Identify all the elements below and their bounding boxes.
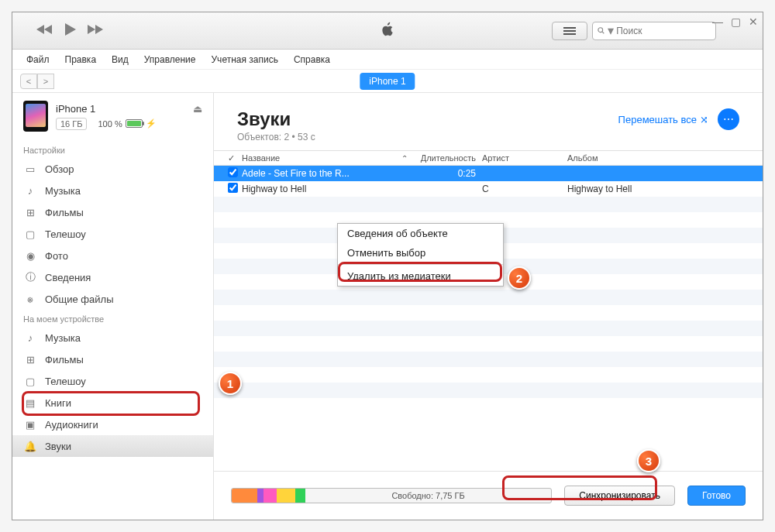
eject-button[interactable]: ⏏ xyxy=(193,103,202,115)
close-button[interactable]: ✕ xyxy=(749,15,758,28)
sidebar-item-dev-music[interactable]: ♪Музыка xyxy=(12,327,213,348)
titlebar: ▾ — ▢ ✕ xyxy=(12,12,763,50)
prev-button[interactable] xyxy=(36,23,53,39)
menu-help[interactable]: Справка xyxy=(288,51,336,68)
menu-bar: Файл Правка Вид Управление Учетная запис… xyxy=(12,50,763,70)
svg-line-1 xyxy=(602,32,604,33)
sidebar-item-dev-audiobooks[interactable]: ▣Аудиокниги xyxy=(12,414,213,435)
column-duration[interactable]: Длительность xyxy=(412,153,482,163)
table-body: Adele - Set Fire to the R... 0:25 Highwa… xyxy=(214,166,763,471)
apple-logo-icon xyxy=(380,20,395,42)
sidebar-item-shared[interactable]: ⎈Общие файлы xyxy=(12,288,213,310)
context-menu: Сведения об объекте Отменить выбор Удали… xyxy=(337,223,504,287)
battery-icon xyxy=(126,119,143,128)
context-item-delete[interactable]: Удалить из медиатеки xyxy=(338,266,503,286)
nav-back-button[interactable]: < xyxy=(20,74,37,89)
tv-icon: ▢ xyxy=(23,227,37,241)
sidebar-item-movies[interactable]: ⊞Фильмы xyxy=(12,201,213,223)
menu-account[interactable]: Учетная запись xyxy=(205,51,284,68)
annotation-badge-1: 1 xyxy=(219,372,242,395)
device-capacity: 16 ГБ xyxy=(56,118,87,130)
column-check[interactable]: ✓ xyxy=(228,153,242,163)
table-row[interactable]: Adele - Set Fire to the R... 0:25 xyxy=(214,166,763,181)
annotation-badge-2: 2 xyxy=(508,266,531,290)
sidebar-item-dev-movies[interactable]: ⊞Фильмы xyxy=(12,348,213,370)
svg-point-0 xyxy=(598,28,603,33)
annotation-badge-3: 3 xyxy=(637,449,660,472)
sidebar-item-music[interactable]: ♪Музыка xyxy=(12,180,213,201)
shuffle-all-button[interactable]: Перемешать все ⤨ xyxy=(618,114,708,125)
books-icon: ▤ xyxy=(23,396,37,410)
search-input[interactable] xyxy=(616,26,711,36)
menu-edit[interactable]: Правка xyxy=(59,51,103,68)
sidebar-item-info[interactable]: ⓘСведения xyxy=(12,266,213,288)
shuffle-icon: ⤨ xyxy=(700,114,708,125)
bell-icon: 🔔 xyxy=(23,439,37,453)
sidebar-item-dev-books[interactable]: ▤Книги xyxy=(12,392,213,414)
battery-percentage: 100 % xyxy=(98,119,122,129)
column-name[interactable]: Название⌃ xyxy=(242,153,412,163)
menu-view[interactable]: Вид xyxy=(105,51,135,68)
device-tab[interactable]: iPhone 1 xyxy=(360,73,415,90)
content-area: Звуки Объектов: 2 • 53 с Перемешать все … xyxy=(214,93,763,520)
sub-toolbar: < > iPhone 1 xyxy=(12,70,763,93)
device-name: iPhone 1 xyxy=(56,103,95,115)
sidebar-item-dev-tvshows[interactable]: ▢Телешоу xyxy=(12,370,213,392)
search-field[interactable]: ▾ xyxy=(592,22,716,40)
footer-bar: Свободно: 7,75 ГБ Синхронизировать Готов… xyxy=(214,471,763,520)
summary-icon: ▭ xyxy=(23,162,37,176)
movies-icon: ⊞ xyxy=(23,352,37,366)
apps-icon: ⎈ xyxy=(23,292,37,306)
menu-controls[interactable]: Управление xyxy=(138,51,202,68)
music-icon: ♪ xyxy=(23,184,37,197)
minimize-button[interactable]: — xyxy=(712,15,723,28)
nav-forward-button[interactable]: > xyxy=(37,74,54,89)
sync-button[interactable]: Синхронизировать xyxy=(564,486,675,506)
table-row[interactable]: Highway to Hell C Highway to Hell xyxy=(214,181,763,197)
done-button[interactable]: Готово xyxy=(687,486,746,506)
free-space-label: Свободно: 7,75 ГБ xyxy=(391,491,464,500)
audiobooks-icon: ▣ xyxy=(23,417,37,431)
info-icon: ⓘ xyxy=(23,270,37,284)
menu-file[interactable]: Файл xyxy=(20,51,56,68)
play-button[interactable] xyxy=(64,22,76,39)
sidebar-heading-ondevice: На моем устройстве xyxy=(12,310,213,327)
row-checkbox[interactable] xyxy=(228,183,238,193)
context-item-info[interactable]: Сведения об объекте xyxy=(338,224,503,243)
table-header: ✓ Название⌃ Длительность Артист Альбом xyxy=(214,150,763,166)
sidebar-item-summary[interactable]: ▭Обзор xyxy=(12,158,213,180)
next-button[interactable] xyxy=(87,23,104,39)
column-artist[interactable]: Артист xyxy=(482,153,567,163)
sidebar-item-photos[interactable]: ◉Фото xyxy=(12,245,213,266)
device-thumbnail-icon xyxy=(23,101,48,132)
tv-icon: ▢ xyxy=(23,374,37,388)
device-info: iPhone 1 ⏏ 16 ГБ 100 % ⚡ xyxy=(12,93,213,141)
movies-icon: ⊞ xyxy=(23,205,37,219)
list-view-button[interactable] xyxy=(552,22,587,40)
music-icon: ♪ xyxy=(23,331,37,345)
column-album[interactable]: Альбом xyxy=(567,153,763,163)
more-options-button[interactable]: ⋯ xyxy=(718,108,739,130)
context-item-deselect[interactable]: Отменить выбор xyxy=(338,243,503,263)
storage-bar: Свободно: 7,75 ГБ xyxy=(231,488,552,503)
sidebar-heading-settings: Настройки xyxy=(12,141,213,158)
camera-icon: ◉ xyxy=(23,249,37,263)
row-checkbox[interactable] xyxy=(228,167,238,177)
maximize-button[interactable]: ▢ xyxy=(731,15,741,28)
sidebar: iPhone 1 ⏏ 16 ГБ 100 % ⚡ Настройки ▭Обзо… xyxy=(12,93,214,520)
page-subtitle: Объектов: 2 • 53 с xyxy=(237,132,315,142)
sidebar-item-dev-tones[interactable]: 🔔Звуки xyxy=(12,435,213,457)
sidebar-item-tvshows[interactable]: ▢Телешоу xyxy=(12,223,213,245)
page-title: Звуки xyxy=(237,108,315,130)
